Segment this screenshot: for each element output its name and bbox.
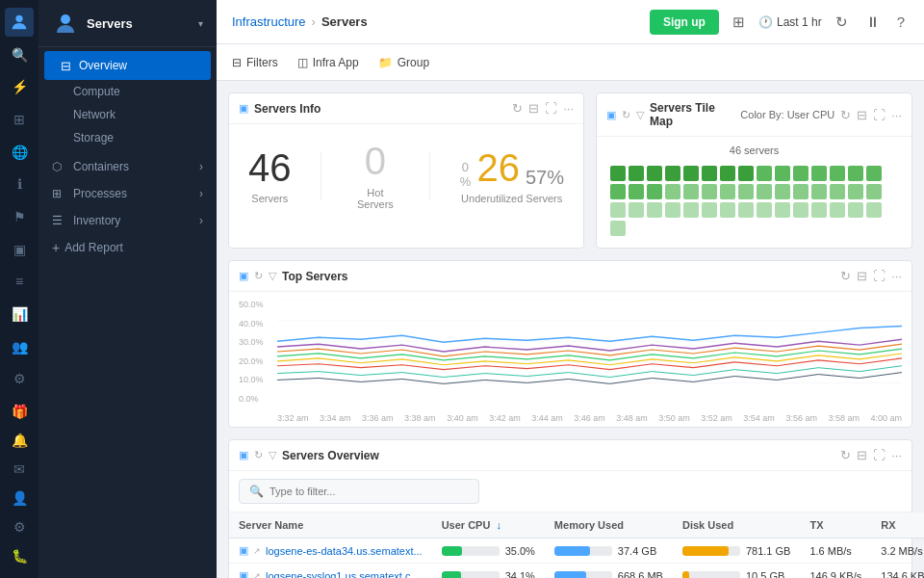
minimize-icon[interactable]: ⊟ bbox=[528, 101, 539, 116]
app-icon-bug[interactable]: 🐛 bbox=[5, 541, 34, 570]
table-row[interactable]: ▣ ↗ logsene-es-data34.us.sematext... 35.… bbox=[229, 539, 924, 564]
table-row[interactable]: ▣ ↗ logsene-syslog1.us.sematext.c... 34.… bbox=[229, 564, 924, 579]
app-icon-list[interactable]: ≡ bbox=[5, 267, 34, 296]
app-icon-bell[interactable]: 🔔 bbox=[5, 426, 34, 455]
app-icon-settings2[interactable]: ⚙ bbox=[5, 364, 34, 393]
sidebar-item-containers[interactable]: ⬡ Containers › bbox=[38, 153, 217, 180]
tile-item[interactable] bbox=[610, 202, 626, 218]
col-rx[interactable]: RX bbox=[871, 512, 924, 539]
app-icon-globe[interactable]: 🌐 bbox=[5, 138, 34, 167]
sidebar-item-overview[interactable]: ⊟ Overview bbox=[44, 51, 211, 80]
sidebar-item-processes[interactable]: ⊞ Processes › bbox=[38, 180, 217, 207]
tile-item[interactable] bbox=[848, 166, 863, 181]
grid-icon[interactable]: ⊞ bbox=[729, 10, 749, 35]
more-ts-icon[interactable]: ··· bbox=[891, 269, 902, 283]
tile-item[interactable] bbox=[830, 184, 845, 199]
expand-icon[interactable]: ⛶ bbox=[545, 101, 557, 116]
tile-item[interactable] bbox=[738, 166, 754, 181]
top-servers-filter-icon[interactable]: ▽ bbox=[269, 270, 276, 282]
tile-item[interactable] bbox=[775, 166, 790, 181]
tile-item[interactable] bbox=[683, 184, 699, 199]
tile-item[interactable] bbox=[702, 166, 717, 181]
overview-refresh-icon[interactable]: ↻ bbox=[254, 449, 263, 461]
sidebar-item-network[interactable]: Network bbox=[38, 103, 217, 126]
tile-item[interactable] bbox=[793, 166, 808, 181]
expand-tile-icon[interactable]: ⛶ bbox=[873, 108, 886, 122]
app-icon-logo[interactable] bbox=[5, 8, 34, 37]
tile-item[interactable] bbox=[830, 166, 845, 181]
tile-item[interactable] bbox=[866, 166, 882, 181]
app-icon-flag[interactable]: ⚑ bbox=[5, 202, 34, 231]
more-tile-icon[interactable]: ··· bbox=[891, 108, 902, 122]
sidebar-item-compute[interactable]: Compute bbox=[38, 80, 217, 103]
tile-item[interactable] bbox=[866, 202, 882, 218]
tile-item[interactable] bbox=[738, 184, 754, 199]
app-icon-gift[interactable]: 🎁 bbox=[5, 397, 34, 426]
app-icon-chart[interactable]: 📊 bbox=[5, 300, 34, 328]
app-icon-team[interactable]: 👤 bbox=[5, 484, 34, 512]
tile-item[interactable] bbox=[775, 184, 790, 199]
tile-item[interactable] bbox=[811, 202, 827, 218]
tile-item[interactable] bbox=[848, 202, 863, 218]
col-tx[interactable]: TX bbox=[800, 512, 871, 539]
breadcrumb-parent[interactable]: Infrastructure bbox=[232, 14, 306, 29]
tile-item[interactable] bbox=[665, 202, 680, 218]
tile-item[interactable] bbox=[647, 184, 662, 199]
tile-item[interactable] bbox=[793, 184, 808, 199]
tile-item[interactable] bbox=[738, 202, 754, 218]
infra-app-button[interactable]: ◫ Infra App bbox=[297, 56, 359, 69]
col-disk-used[interactable]: Disk Used bbox=[673, 512, 800, 539]
tile-item[interactable] bbox=[793, 202, 808, 218]
app-icon-info[interactable]: ℹ bbox=[5, 170, 34, 198]
app-icon-people[interactable]: 👥 bbox=[5, 332, 34, 361]
tile-item[interactable] bbox=[830, 202, 845, 218]
refresh-tile-icon[interactable]: ↻ bbox=[840, 108, 851, 122]
minimize-tile-icon[interactable]: ⊟ bbox=[857, 108, 867, 122]
tile-map-filter-icon[interactable]: ▽ bbox=[636, 109, 644, 121]
expand-ts-icon[interactable]: ⛶ bbox=[873, 269, 886, 283]
refresh-ts-icon[interactable]: ↻ bbox=[840, 269, 851, 283]
tile-item[interactable] bbox=[702, 184, 717, 199]
tile-item[interactable] bbox=[866, 184, 882, 199]
tile-item[interactable] bbox=[848, 184, 863, 199]
tile-item[interactable] bbox=[610, 184, 626, 199]
more-icon[interactable]: ··· bbox=[563, 101, 574, 116]
tile-item[interactable] bbox=[683, 202, 699, 218]
sidebar-item-storage[interactable]: Storage bbox=[38, 126, 217, 149]
add-report-button[interactable]: + Add Report bbox=[38, 234, 217, 261]
tile-item[interactable] bbox=[811, 166, 827, 181]
pause-icon[interactable]: ⏸ bbox=[861, 10, 884, 34]
minimize-ov-icon[interactable]: ⊟ bbox=[857, 448, 867, 462]
app-icon-gear[interactable]: ⚙ bbox=[5, 512, 34, 541]
tile-map-refresh-icon[interactable]: ↻ bbox=[622, 109, 630, 121]
tile-item[interactable] bbox=[665, 184, 680, 199]
tile-item[interactable] bbox=[629, 166, 644, 181]
tile-item[interactable] bbox=[647, 166, 662, 181]
help-icon[interactable]: ? bbox=[893, 10, 909, 34]
filters-button[interactable]: ⊟ Filters bbox=[232, 56, 278, 69]
signup-button[interactable]: Sign up bbox=[650, 10, 719, 35]
group-button[interactable]: 📁 Group bbox=[378, 56, 429, 69]
tile-item[interactable] bbox=[757, 184, 772, 199]
app-icon-monitor[interactable]: ▣ bbox=[5, 235, 34, 264]
tile-item[interactable] bbox=[629, 202, 644, 218]
refresh-ov-icon[interactable]: ↻ bbox=[840, 448, 851, 462]
refresh-icon[interactable]: ↻ bbox=[832, 10, 852, 35]
tile-item[interactable] bbox=[720, 184, 735, 199]
tile-item[interactable] bbox=[720, 202, 735, 218]
filter-input-field[interactable] bbox=[270, 486, 462, 497]
expand-ov-icon[interactable]: ⛶ bbox=[873, 448, 886, 462]
tile-item[interactable] bbox=[610, 166, 626, 181]
tile-item[interactable] bbox=[775, 202, 790, 218]
tile-item[interactable] bbox=[610, 221, 626, 236]
tile-item[interactable] bbox=[811, 184, 827, 199]
tile-item[interactable] bbox=[702, 202, 717, 218]
app-icon-mail[interactable]: ✉ bbox=[5, 455, 34, 484]
tile-item[interactable] bbox=[683, 166, 699, 181]
top-servers-refresh-icon[interactable]: ↻ bbox=[254, 270, 263, 282]
app-icon-flash[interactable]: ⚡ bbox=[5, 72, 34, 101]
tile-item[interactable] bbox=[647, 202, 662, 218]
app-icon-grid[interactable]: ⊞ bbox=[5, 105, 34, 134]
tile-item[interactable] bbox=[665, 166, 680, 181]
more-ov-icon[interactable]: ··· bbox=[891, 448, 902, 462]
